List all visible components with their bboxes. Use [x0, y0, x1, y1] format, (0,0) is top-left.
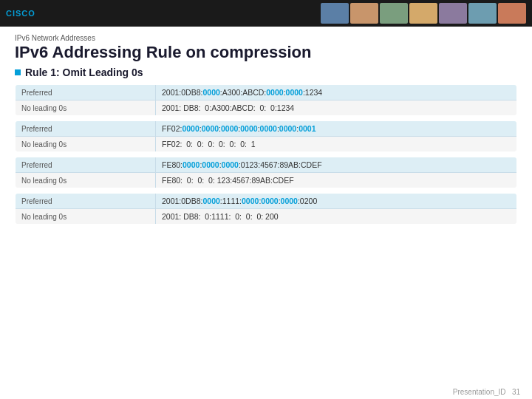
table-row: No leading 0s 2001: DB8: 0:A300:ABCD: 0:… — [16, 100, 517, 116]
address-table-1: Preferred 2001:0DB8:0000:A300:ABCD:0000:… — [15, 84, 517, 116]
cisco-logo: CISCO — [6, 9, 35, 18]
header-bar: CISCO — [0, 0, 532, 27]
header-photo-3 — [380, 3, 408, 24]
row-address: 2001: DB8: 0:1111: 0: 0: 0: 200 — [156, 209, 517, 225]
addr-highlight: 0000 — [286, 88, 303, 97]
address-table-4: Preferred 2001:0DB8:0000:1111:0000:0000:… — [15, 193, 517, 225]
addr-text: 0DB8: — [181, 88, 202, 97]
table-row: Preferred FE80:0000:0000:0000:0123:4567:… — [16, 157, 517, 173]
row-address: FF02: 0: 0: 0: 0: 0: 0: 1 — [156, 137, 517, 152]
header-photo-5 — [439, 3, 467, 24]
address-table-3: Preferred FE80:0000:0000:0000:0123:4567:… — [15, 157, 517, 188]
row-address: 2001:0DB8:0000:1111:0000:0000:0000:0200 — [156, 194, 517, 209]
address-table-2: Preferred FF02:0000:0000:0000:0000:0000:… — [15, 120, 517, 152]
row-label: No leading 0s — [16, 209, 156, 225]
header-photo-7 — [498, 3, 526, 24]
addr-highlight: 0000 — [202, 88, 219, 97]
row-label: No leading 0s — [16, 137, 156, 152]
row-address: 2001: DB8: 0:A300:ABCD: 0: 0:1234 — [156, 100, 517, 116]
table-row: No leading 0s FE80: 0: 0: 0: 123:4567:89… — [16, 173, 517, 188]
row-label: Preferred — [16, 121, 156, 137]
row-address: 2001:0DB8:0000:A300:ABCD:0000:0000:1234 — [156, 85, 517, 100]
tables-container: Preferred 2001:0DB8:0000:A300:ABCD:0000:… — [15, 84, 517, 225]
header-photo-4 — [409, 3, 437, 24]
table-row: No leading 0s FF02: 0: 0: 0: 0: 0: 0: 1 — [16, 137, 517, 152]
row-address: FF02:0000:0000:0000:0000:0000:0000:0001 — [156, 121, 517, 137]
row-label: No leading 0s — [16, 100, 156, 116]
rule-heading: Rule 1: Omit Leading 0s — [15, 66, 517, 78]
page-title: IPv6 Addressing Rule on compression — [15, 43, 517, 62]
addr-text: :1234 — [303, 88, 322, 97]
row-label: Preferred — [16, 194, 156, 209]
table-row: Preferred 2001:0DB8:0000:1111:0000:0000:… — [16, 194, 517, 209]
main-content: IPv6 Network Addresses IPv6 Addressing R… — [0, 27, 532, 228]
presentation-id: Presentation_ID — [453, 388, 506, 396]
page-number: 31 — [512, 388, 520, 396]
addr-text: 2001: — [162, 88, 181, 97]
row-label: Preferred — [16, 85, 156, 100]
table-row: Preferred FF02:0000:0000:0000:0000:0000:… — [16, 121, 517, 137]
row-address: FE80:0000:0000:0000:0123:4567:89AB:CDEF — [156, 157, 517, 173]
footer: Presentation_ID 31 — [453, 388, 520, 396]
header-images — [321, 3, 526, 24]
row-address: FE80: 0: 0: 0: 123:4567:89AB:CDEF — [156, 173, 517, 188]
row-label: Preferred — [16, 157, 156, 173]
table-row: No leading 0s 2001: DB8: 0:1111: 0: 0: 0… — [16, 209, 517, 225]
header-photo-1 — [321, 3, 349, 24]
page-subtitle: IPv6 Network Addresses — [15, 34, 517, 42]
header-photo-6 — [468, 3, 497, 24]
addr-text: :A300:ABCD: — [220, 88, 266, 97]
table-row: Preferred 2001:0DB8:0000:A300:ABCD:0000:… — [16, 85, 517, 100]
header-photo-2 — [350, 3, 378, 24]
row-label: No leading 0s — [16, 173, 156, 188]
addr-highlight: 0000 — [266, 88, 283, 97]
